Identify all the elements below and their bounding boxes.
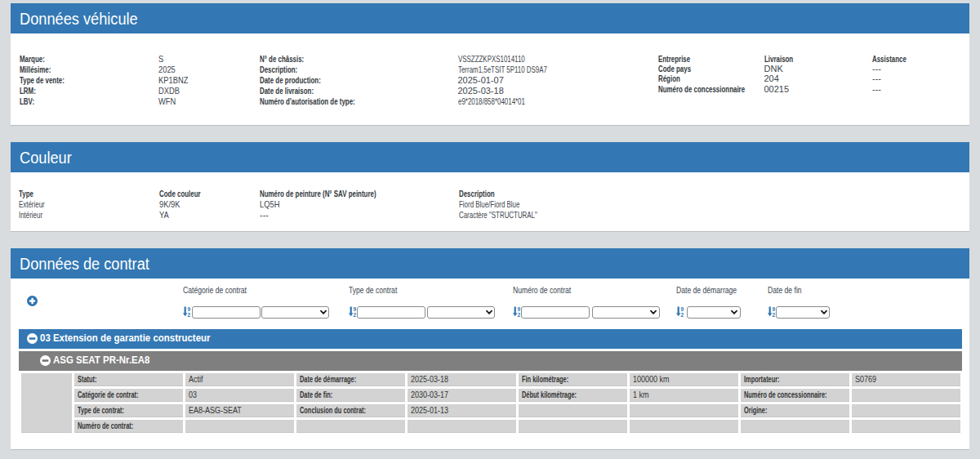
svg-text:9: 9 [772,306,775,312]
svg-text:2: 2 [681,312,684,317]
svg-text:2: 2 [188,312,191,317]
svg-text:2: 2 [772,312,775,317]
svg-text:9: 9 [354,306,357,312]
svg-text:9: 9 [681,306,684,312]
svg-text:9: 9 [188,306,191,312]
svg-text:2: 2 [518,312,521,317]
svg-text:2: 2 [354,312,357,317]
svg-text:9: 9 [518,306,521,312]
